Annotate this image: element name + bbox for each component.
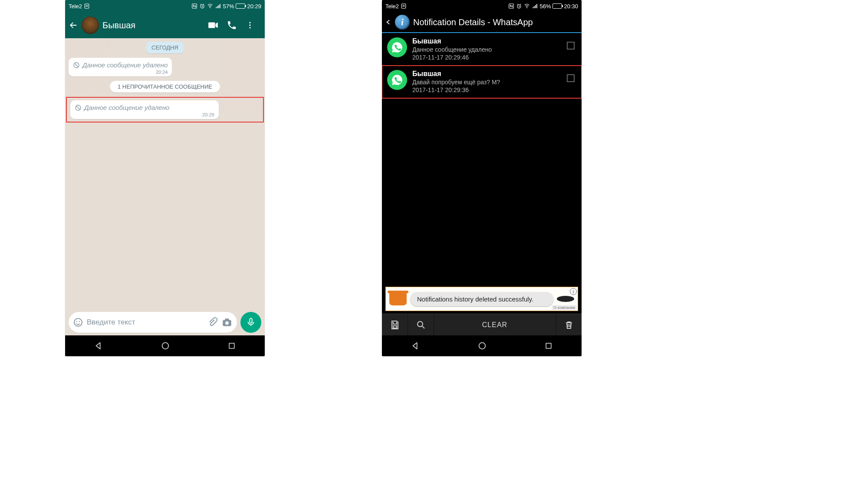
svg-rect-1 [86,5,88,6]
nav-back[interactable] [94,341,103,351]
battery-percent: 56% [539,3,551,10]
message-deleted[interactable]: Данное сообщение удалено 20:24 [69,58,172,76]
svg-point-19 [162,343,169,349]
phone-notification-history: Tele2 56% 20:30 i Notification Details -… [382,0,582,356]
header-title: Notification Details - WhatsApp [413,17,533,27]
ad-pot-icon [389,292,407,305]
unread-banner: 1 НЕПРОЧИТАННОЕ СООБЩЕНИЕ [110,81,220,93]
nav-home[interactable] [477,341,487,351]
app-header: i Notification Details - WhatsApp [382,12,582,33]
svg-rect-23 [403,6,405,7]
ad-info-icon[interactable]: i [570,288,577,295]
android-navbar [382,335,582,356]
notification-sender: Бывшая [412,70,562,78]
battery-icon [552,3,562,9]
back-button[interactable] [69,20,78,30]
wifi-icon [207,3,213,9]
nfc-icon [191,3,197,9]
bottom-toolbar: CLEAR [382,314,582,335]
svg-rect-29 [546,343,551,348]
battery-percent: 57% [223,3,234,10]
svg-point-14 [76,321,77,322]
svg-point-6 [249,22,250,23]
search-button[interactable] [408,314,434,335]
delete-button[interactable] [556,314,582,335]
battery-icon [236,3,245,9]
svg-point-15 [79,321,80,322]
nav-back[interactable] [411,341,420,351]
svg-rect-20 [229,343,234,348]
whatsapp-icon [387,37,407,57]
message-input[interactable]: Введите текст [69,312,237,333]
chat-area[interactable]: СЕГОДНЯ Данное сообщение удалено 20:24 1… [65,38,265,309]
chat-header: Бывшая [65,12,265,38]
block-icon [75,104,82,111]
nav-recent[interactable] [227,341,236,350]
message-deleted[interactable]: Данное сообщение удалено 20:29 [70,100,219,119]
attach-icon[interactable] [207,317,218,328]
sim-icon [401,3,407,9]
svg-point-8 [249,27,250,28]
ad-about-label[interactable]: О компании [552,305,577,310]
toast-message: Notifications history deleted successful… [410,292,553,306]
contact-name[interactable]: Бывшая [102,20,204,30]
phone-whatsapp: Tele2 57% 20:29 Бывшая СЕГОДНЯ [65,0,265,356]
message-time: 20:29 [202,112,214,117]
date-separator: СЕГОДНЯ [146,42,184,53]
notification-message: Давай попробуем ещё раз? М? [412,79,562,86]
block-icon [73,62,80,69]
back-button[interactable] [385,18,391,27]
camera-icon[interactable] [221,317,233,328]
svg-rect-22 [403,5,405,6]
clear-button[interactable]: CLEAR [434,321,556,329]
status-bar: Tele2 56% 20:30 [382,0,582,12]
clock: 20:30 [564,3,578,10]
svg-line-12 [76,106,80,109]
nfc-icon [508,3,514,9]
clock: 20:29 [247,3,261,10]
carrier-label: Tele2 [69,3,90,10]
notification-sender: Бывшая [412,37,562,45]
more-menu-button[interactable] [246,21,261,30]
nav-home[interactable] [161,341,170,351]
message-time: 20:24 [156,70,168,75]
contact-avatar[interactable] [82,17,99,34]
input-placeholder: Введите текст [87,318,204,327]
select-checkbox[interactable] [567,42,575,50]
svg-point-28 [479,343,486,349]
ad-banner[interactable]: Notifications history deleted successful… [385,287,578,311]
sim-icon [84,3,90,9]
whatsapp-icon [387,70,407,90]
svg-rect-18 [225,318,229,320]
svg-line-10 [75,63,78,67]
video-call-button[interactable] [207,20,223,31]
deleted-text: Данное сообщение удалено [84,104,169,111]
mic-button[interactable] [240,312,261,333]
nav-recent[interactable] [544,341,553,350]
notification-timestamp: 2017-11-17 20:29:46 [412,54,562,61]
svg-point-7 [249,24,250,26]
signal-icon [532,3,538,9]
highlight-annotation: Данное сообщение удалено 20:29 [66,97,264,123]
wifi-icon [524,3,530,9]
deleted-text: Данное сообщение удалено [82,61,168,69]
alarm-icon [516,3,522,9]
save-button[interactable] [382,314,408,335]
svg-point-13 [74,318,82,326]
notification-item[interactable]: Бывшая Данное сообщение удалено 2017-11-… [382,33,582,66]
status-bar: Tele2 57% 20:29 [65,0,265,12]
notification-message: Данное сообщение удалено [412,46,562,53]
voice-call-button[interactable] [227,20,242,30]
emoji-icon[interactable] [73,317,83,328]
alarm-icon [199,3,205,9]
android-navbar [65,335,265,356]
ad-pan-icon [557,296,574,302]
notification-timestamp: 2017-11-17 20:29:36 [412,86,562,93]
svg-point-5 [210,7,211,8]
select-checkbox[interactable] [567,74,575,82]
info-icon: i [395,15,410,30]
carrier-label: Tele2 [385,3,407,10]
notification-item[interactable]: Бывшая Давай попробуем ещё раз? М? 2017-… [382,66,582,98]
svg-rect-2 [86,6,88,7]
notification-list[interactable]: Бывшая Данное сообщение удалено 2017-11-… [382,33,582,314]
